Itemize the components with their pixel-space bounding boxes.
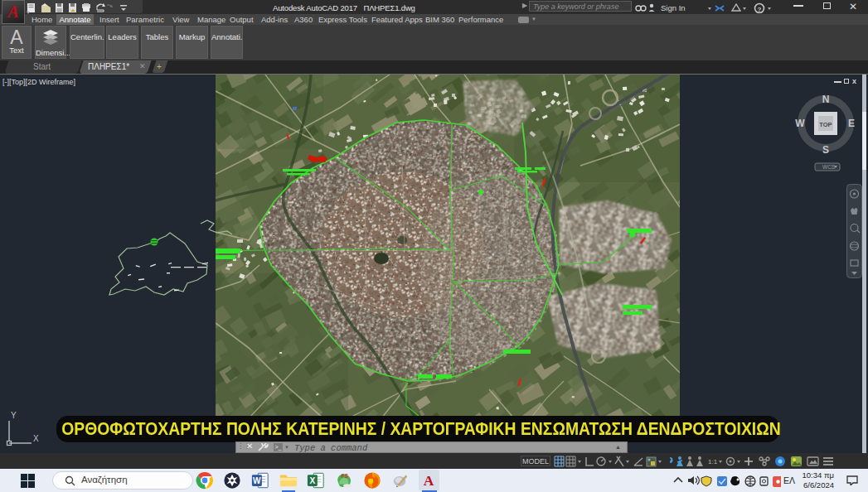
svg-text:?: ? xyxy=(758,6,762,13)
svg-text:N: N xyxy=(822,94,830,105)
svg-text:WCS: WCS xyxy=(822,164,836,170)
svg-text:W: W xyxy=(795,118,805,129)
svg-text:W: W xyxy=(253,476,261,485)
svg-text:E: E xyxy=(848,118,855,129)
svg-text:FS: FS xyxy=(342,473,349,479)
svg-text:S: S xyxy=(822,144,829,156)
svg-text:TOP: TOP xyxy=(819,121,832,128)
svg-text:1:1: 1:1 xyxy=(708,458,718,465)
svg-text:Sign In: Sign In xyxy=(661,3,686,12)
svg-text:X: X xyxy=(310,476,316,485)
svg-text:A: A xyxy=(424,472,434,489)
